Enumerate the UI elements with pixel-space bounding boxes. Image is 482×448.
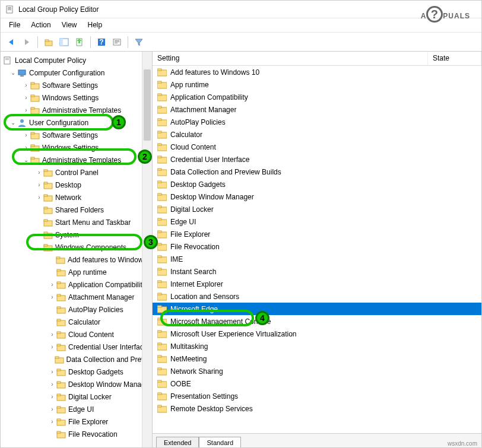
policy-tree[interactable]: Local Computer Policy ⌄ Computer Configu…	[1, 52, 152, 447]
tree-item[interactable]: ›Attachment Manager	[1, 291, 152, 303]
tree-item-computer-configuration[interactable]: ⌄ Computer Configuration	[1, 66, 152, 79]
tree-item[interactable]: Calculator	[1, 316, 152, 328]
tree-item[interactable]: ›Software Settings	[1, 79, 152, 91]
list-item[interactable]: Remote Desktop Services	[153, 402, 481, 415]
expander-icon[interactable]: ⌄	[9, 119, 17, 126]
expander-icon[interactable]: ›	[22, 94, 30, 101]
menu-help[interactable]: Help	[83, 20, 107, 31]
export-list-button[interactable]	[72, 36, 87, 49]
tree-item[interactable]: ›Software Settings	[1, 129, 152, 141]
list-item[interactable]: NetMeeting	[153, 352, 481, 365]
tree-item[interactable]: ›System	[1, 228, 152, 241]
filter-button[interactable]	[132, 36, 146, 49]
list-item[interactable]: File Revocation	[153, 240, 481, 253]
list-item[interactable]: Microsoft User Experience Virtualization	[153, 328, 481, 340]
tab-standard[interactable]: Standard	[199, 437, 241, 447]
list-item[interactable]: AutoPlay Policies	[153, 116, 481, 128]
list-item[interactable]: Instant Search	[153, 265, 481, 278]
list-item[interactable]: Microsoft Edge	[153, 303, 481, 315]
back-button[interactable]	[4, 36, 18, 49]
expander-icon[interactable]: ›	[48, 281, 56, 288]
tree-scrollbar[interactable]	[142, 52, 152, 447]
list-item[interactable]: Microsoft Management Console	[153, 315, 481, 328]
column-setting[interactable]: Setting	[153, 52, 428, 65]
expander-icon[interactable]: ›	[48, 294, 56, 300]
tree-item[interactable]: ›Desktop Gadgets	[1, 366, 152, 378]
list-item[interactable]: OOBE	[153, 377, 481, 390]
tree-root[interactable]: Local Computer Policy	[1, 54, 152, 66]
tree-item[interactable]: ›Desktop Window Manager	[1, 378, 152, 390]
tree-item[interactable]: ›Application Compatibility	[1, 278, 152, 291]
expander-icon[interactable]: ⌄	[22, 157, 30, 163]
tree-item-windows-components[interactable]: ⌄ Windows Components	[1, 241, 152, 253]
expander-icon[interactable]: ⌄	[35, 244, 43, 250]
list-item[interactable]: Credential User Interface	[153, 153, 481, 166]
expander-icon[interactable]: ›	[48, 418, 56, 425]
tab-extended[interactable]: Extended	[156, 437, 199, 447]
expander-icon[interactable]: ›	[22, 107, 30, 113]
list-item[interactable]: Calculator	[153, 128, 481, 141]
tree-item[interactable]: AutoPlay Policies	[1, 303, 152, 316]
list-item[interactable]: Attachment Manager	[153, 103, 481, 116]
list-item[interactable]: Data Collection and Preview Builds	[153, 166, 481, 178]
settings-list[interactable]: Add features to Windows 10App runtimeApp…	[153, 66, 481, 433]
up-button[interactable]	[42, 36, 56, 49]
tree-item[interactable]: Start Menu and Taskbar	[1, 216, 152, 228]
scrollbar-thumb[interactable]	[144, 69, 151, 141]
list-item[interactable]: Desktop Gadgets	[153, 178, 481, 190]
list-item[interactable]: Edge UI	[153, 215, 481, 228]
expander-icon[interactable]: ›	[48, 381, 56, 387]
expander-icon[interactable]: ›	[48, 331, 56, 338]
list-item[interactable]: App runtime	[153, 78, 481, 91]
expander-icon[interactable]: ›	[22, 82, 30, 88]
tree-item[interactable]: ›Edge UI	[1, 403, 152, 415]
help-button[interactable]: ?	[94, 36, 109, 49]
tree-item[interactable]: ›Control Panel	[1, 166, 152, 179]
expander-icon[interactable]: ⌄	[9, 69, 17, 76]
tree-item[interactable]: ›File Explorer	[1, 415, 152, 428]
list-item[interactable]: IME	[153, 253, 481, 265]
expander-icon[interactable]: ›	[22, 144, 30, 151]
tree-item[interactable]: Add features to Windows 10	[1, 253, 152, 266]
show-hide-tree-button[interactable]	[57, 36, 71, 49]
expander-icon[interactable]: ›	[48, 344, 56, 350]
column-state[interactable]: State	[428, 52, 481, 65]
properties-button[interactable]	[110, 36, 124, 49]
tree-item[interactable]: ›Network	[1, 191, 152, 204]
expander-icon[interactable]: ›	[35, 182, 43, 188]
list-item[interactable]: Digital Locker	[153, 203, 481, 215]
tree-item[interactable]: ›Cloud Content	[1, 328, 152, 341]
expander-icon[interactable]: ›	[22, 132, 30, 138]
tree-item[interactable]: Data Collection and Preview Builds	[1, 353, 152, 366]
tree-item-admin-templates[interactable]: ⌄ Administrative Templates	[1, 154, 152, 166]
list-item[interactable]: Multitasking	[153, 340, 481, 352]
list-item[interactable]: Application Compatibility	[153, 91, 481, 103]
list-item[interactable]: Desktop Window Manager	[153, 190, 481, 203]
tree-item[interactable]: File Revocation	[1, 428, 152, 440]
tree-item[interactable]: App runtime	[1, 266, 152, 278]
tree-item[interactable]: ›Digital Locker	[1, 390, 152, 403]
tree-item[interactable]: Shared Folders	[1, 204, 152, 216]
list-item[interactable]: Network Sharing	[153, 365, 481, 377]
list-item[interactable]: Presentation Settings	[153, 390, 481, 402]
menu-view[interactable]: View	[57, 20, 82, 31]
list-item[interactable]: Cloud Content	[153, 141, 481, 153]
expander-icon[interactable]: ›	[35, 231, 43, 238]
expander-icon[interactable]: ›	[48, 368, 56, 375]
list-item[interactable]: Internet Explorer	[153, 278, 481, 290]
menu-action[interactable]: Action	[26, 20, 55, 31]
list-item[interactable]: Location and Sensors	[153, 290, 481, 303]
expander-icon[interactable]: ›	[48, 406, 56, 412]
tree-item[interactable]: ›Credential User Interface	[1, 341, 152, 353]
expander-icon[interactable]: ›	[35, 169, 43, 176]
tree-item[interactable]: ›Windows Settings	[1, 141, 152, 154]
menu-file[interactable]: File	[4, 20, 25, 31]
forward-button[interactable]	[20, 36, 34, 49]
expander-icon[interactable]: ›	[48, 393, 56, 400]
tree-item[interactable]: ›Windows Settings	[1, 91, 152, 104]
tree-item-user-configuration[interactable]: ⌄ User Configuration	[1, 116, 152, 129]
list-item[interactable]: File Explorer	[153, 228, 481, 240]
tree-item[interactable]: ›Administrative Templates	[1, 104, 152, 116]
expander-icon[interactable]: ›	[35, 194, 43, 201]
list-item[interactable]: Add features to Windows 10	[153, 66, 481, 78]
